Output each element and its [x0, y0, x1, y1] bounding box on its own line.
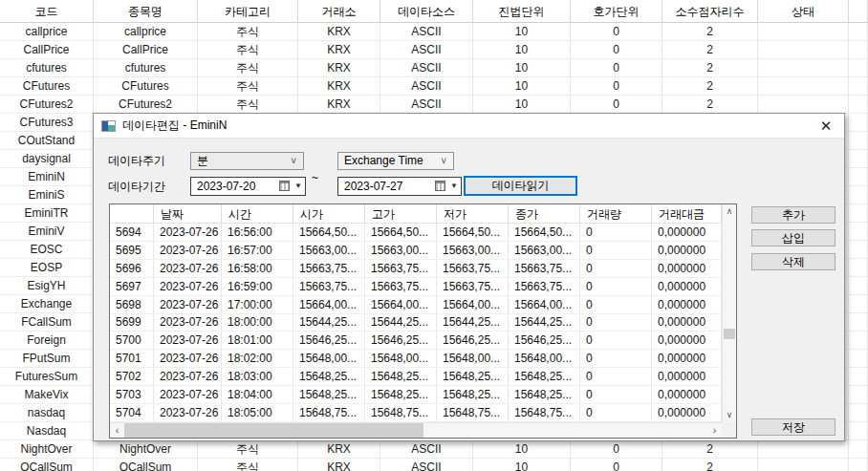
cell: 15663,00... — [365, 242, 437, 259]
cell: 15646,25... — [293, 332, 365, 349]
save-button[interactable]: 저장 — [751, 418, 835, 436]
cell — [849, 114, 868, 132]
grid-row-5697[interactable]: 56972023-07-2616:59:0015663,75...15663,7… — [110, 278, 722, 296]
close-icon[interactable]: ✕ — [815, 116, 836, 137]
cell — [849, 132, 868, 150]
cell: 15664,50... — [509, 224, 580, 241]
cell: 15663,00... — [293, 242, 365, 259]
cell: 2023-07-26 — [154, 242, 222, 259]
grid-row-5695[interactable]: 56952023-07-2616:57:0015663,00...15663,0… — [110, 242, 722, 260]
cell: EminiTR — [0, 204, 94, 223]
cell: cfutures — [94, 59, 198, 77]
cell: 0 — [571, 77, 662, 96]
horizontal-scroll-thumb[interactable] — [124, 423, 423, 438]
cell: 0,000000 — [652, 242, 722, 259]
cell: COutStand — [0, 132, 94, 150]
cell: 15663,75... — [293, 260, 365, 277]
calendar-icon — [435, 181, 445, 191]
grid-row-5700[interactable]: 57002023-07-2618:01:0015646,25...15646,2… — [110, 332, 722, 350]
read-data-button[interactable]: 데이타읽기 — [464, 176, 577, 196]
cell: 2023-07-26 — [154, 278, 222, 295]
symbol-row-CFutures2[interactable]: CFutures2CFutures2주식KRXASCII1002 — [0, 96, 868, 114]
symbol-row-callprice[interactable]: callpricecallprice주식KRXASCII1002 — [0, 23, 868, 41]
cell: 15663,00... — [509, 242, 580, 259]
grid-row-5704[interactable]: 57042023-07-2618:05:0015648,75...15648,7… — [110, 404, 722, 422]
symbol-row-OCallSum[interactable]: OCallSumOCallSum주식KRXASCII1002 — [0, 459, 868, 471]
cell: ASCII — [380, 96, 473, 114]
cell — [758, 23, 849, 41]
scroll-down-icon[interactable]: ∨ — [723, 408, 736, 422]
cell: 0,000000 — [652, 368, 722, 385]
cell: 5702 — [110, 368, 154, 385]
delete-button[interactable]: 삭제 — [751, 253, 835, 270]
cell: 15663,75... — [365, 278, 437, 295]
cell: 주식 — [198, 41, 298, 59]
cell: 2 — [662, 77, 758, 96]
date-to-value: 2023-07-27 — [344, 180, 402, 193]
cell: 15663,75... — [293, 278, 365, 295]
timezone-combobox[interactable]: Exchange Time ˅ — [337, 152, 454, 170]
cell: ASCII — [380, 23, 473, 41]
cell: KRX — [298, 59, 380, 77]
vertical-scroll-thumb[interactable] — [724, 329, 735, 339]
cell — [849, 368, 868, 386]
cell: 2 — [662, 96, 758, 114]
date-from-picker[interactable]: 2023-07-20 ▼ — [190, 177, 306, 196]
cell: 주식 — [198, 23, 298, 41]
grid-row-5702[interactable]: 57022023-07-2618:03:0015648,25...15648,2… — [110, 368, 722, 386]
cell: 0 — [580, 386, 652, 403]
grid-row-5698[interactable]: 56982023-07-2617:00:0015664,00...15664,0… — [110, 296, 722, 314]
cell: 15664,00... — [293, 296, 365, 313]
symbol-row-CallPrice[interactable]: CallPriceCallPrice주식KRXASCII1002 — [0, 41, 868, 59]
grid-row-5701[interactable]: 57012023-07-2618:02:0015648,00...15648,0… — [110, 350, 722, 368]
scroll-right-icon[interactable]: › — [707, 423, 722, 438]
grid-row-5703[interactable]: 57032023-07-2618:04:0015648,25...15648,2… — [110, 386, 722, 404]
cell: EOSC — [0, 241, 94, 259]
cell: CFutures2 — [0, 96, 94, 114]
cell: 5704 — [110, 404, 154, 421]
date-to-picker[interactable]: 2023-07-27 ▼ — [337, 177, 462, 196]
symbol-row-CFutures[interactable]: CFuturesCFutures주식KRXASCII1002 — [0, 77, 868, 96]
grid-row-5694[interactable]: 56942023-07-2616:56:0015664,50...15664,5… — [110, 224, 722, 242]
grid-row-5696[interactable]: 56962023-07-2616:58:0015663,75...15663,7… — [110, 260, 722, 278]
cell: 15663,00... — [437, 242, 509, 259]
symbol-row-NightOver[interactable]: NightOverNightOver주식KRXASCII1002 — [0, 440, 868, 459]
cell: CallPrice — [0, 41, 94, 59]
cell: EminiV — [0, 223, 94, 241]
cell: 2 — [662, 41, 758, 59]
horizontal-scrollbar[interactable]: ‹ › — [110, 422, 722, 438]
dialog-titlebar[interactable]: 데이타편집 - EminiN ✕ — [94, 114, 844, 139]
cell: 2023-07-26 — [154, 260, 222, 277]
column-header: 데이타소스 — [380, 0, 473, 23]
cell — [849, 150, 868, 168]
cell — [849, 259, 868, 277]
cell: 15648,00... — [293, 350, 365, 367]
data-edit-dialog: 데이타편집 - EminiN ✕ 데이타주기 분 ˅ Exchange Time… — [93, 113, 845, 441]
add-button[interactable]: 추가 — [751, 206, 835, 224]
cell: 15664,00... — [509, 296, 580, 313]
vertical-scrollbar[interactable]: ∧ ∨ — [722, 204, 736, 422]
cell — [849, 186, 868, 204]
dialog-title: 데이타편집 - EminiN — [122, 118, 227, 134]
cell: 15644,25... — [509, 314, 580, 332]
cell: 10 — [473, 440, 571, 459]
cell — [849, 295, 868, 313]
cell: 2023-07-26 — [154, 296, 222, 313]
cell: 0,000000 — [652, 224, 722, 241]
cell: FCallSum — [0, 313, 94, 332]
symbol-row-cfutures[interactable]: cfuturescfutures주식KRXASCII1002 — [0, 59, 868, 77]
scroll-up-icon[interactable]: ∧ — [723, 204, 736, 219]
period-combobox[interactable]: 분 ˅ — [190, 152, 304, 170]
cell: 15646,25... — [509, 332, 580, 349]
cell: 15664,00... — [437, 296, 509, 313]
cell: 0,000000 — [652, 278, 722, 295]
scroll-left-icon[interactable]: ‹ — [110, 423, 124, 438]
cell: 0 — [571, 23, 662, 41]
cell: cfutures — [0, 59, 94, 77]
cell — [849, 96, 868, 114]
cell: 0 — [580, 260, 652, 277]
grid-row-5699[interactable]: 56992023-07-2618:00:0015644,25...15644,2… — [110, 314, 722, 332]
insert-button[interactable]: 삽입 — [751, 229, 835, 246]
cell: 15663,75... — [437, 260, 509, 277]
cell: ASCII — [380, 440, 473, 459]
